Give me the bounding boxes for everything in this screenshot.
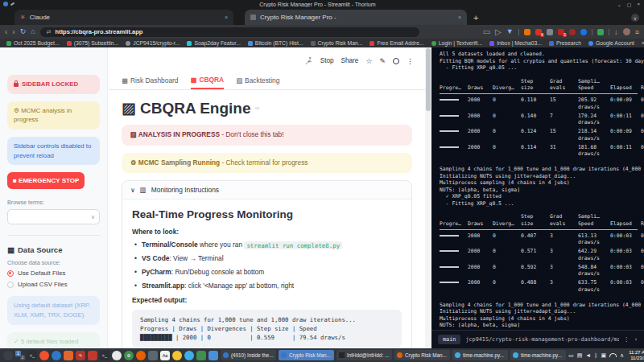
- tab-search-button[interactable]: ∨: [631, 14, 639, 22]
- share-button[interactable]: Share: [341, 57, 359, 64]
- extension-icon[interactable]: [524, 29, 530, 35]
- wifi-icon[interactable]: [609, 353, 617, 357]
- git-branch-badge[interactable]: main: [438, 335, 460, 344]
- taskbar-window-firefox[interactable]: Crypto Risk Man...: [394, 350, 450, 360]
- bookmark-favicon: [311, 41, 316, 46]
- site-info-icon[interactable]: ⇄: [47, 29, 52, 35]
- extension-icon[interactable]: [547, 29, 553, 35]
- bluetooth-icon[interactable]: ᛒ: [594, 352, 597, 358]
- taskbar-clock[interactable]: 11:27 AM 11/23/25: [629, 350, 644, 360]
- bookmark-item[interactable]: Soap2day Featur...: [187, 40, 240, 46]
- taskbar-window-time-machine-1[interactable]: time-machine.py...: [452, 350, 508, 360]
- bookmark-item[interactable]: Inbox | Mecha03...: [489, 40, 542, 46]
- kebab-menu-icon[interactable]: ⋮: [624, 336, 630, 343]
- bookmark-label: Google Account: [596, 40, 634, 46]
- bookmark-item[interactable]: (3075) Subsettin...: [67, 40, 119, 46]
- brave-icon[interactable]: [39, 351, 49, 360]
- scrollbar-thumb[interactable]: [426, 48, 431, 111]
- terminal-panel[interactable]: All 5 datasets loaded and cleaned. Fitti…: [431, 47, 644, 348]
- fonts-icon[interactable]: Aa: [160, 351, 170, 360]
- workspace-2[interactable]: 2: [20, 356, 25, 360]
- tab-cbqra[interactable]: ▦ CBQRA: [191, 76, 225, 89]
- star-icon[interactable]: ☆: [365, 57, 372, 65]
- volume-icon[interactable]: ◄: [585, 352, 591, 358]
- plasma-icon[interactable]: [184, 351, 194, 360]
- table-divider: [440, 93, 638, 94]
- extension-icon[interactable]: [580, 29, 587, 35]
- keyboard-icon[interactable]: ▣: [601, 352, 606, 359]
- back-icon[interactable]: ‹: [5, 28, 7, 36]
- taskbar-window-inside-the[interactable]: (4910) Inside the...: [221, 350, 276, 360]
- play-icon[interactable]: ▷: [495, 28, 502, 36]
- tab-risk-dashboard[interactable]: ▦ Risk Dashboard: [122, 76, 179, 89]
- bookmark-item[interactable]: Oct 2025 Budget...: [6, 40, 60, 46]
- taskbar-window-terminal[interactable]: IntHdd@IntHdd: ...: [336, 350, 392, 360]
- extension-badge: 6: [540, 33, 544, 37]
- clipboard-icon[interactable]: ▤: [577, 352, 583, 359]
- tab-backtesting[interactable]: ▧ Backtesting: [236, 76, 279, 89]
- bookmark-star-icon[interactable]: ▼: [506, 28, 514, 35]
- extension-icon[interactable]: 6: [535, 29, 542, 35]
- files-loaded-text: 5 default files loaded: [21, 338, 79, 345]
- overflow-menu-icon[interactable]: ⋮: [407, 57, 414, 65]
- radio-upload-csv[interactable]: Upload CSV Files: [7, 281, 100, 288]
- settings-gear-icon[interactable]: ⚙: [124, 351, 134, 360]
- monitor-icon[interactable]: ▭: [568, 352, 574, 359]
- terminal-launcher-icon[interactable]: >_: [27, 351, 37, 360]
- bookmark-item[interactable]: Bitcoin (BTC) Hist...: [248, 40, 303, 46]
- tool-icon[interactable]: [64, 351, 73, 360]
- bookmark-item[interactable]: Google Account: [588, 40, 634, 46]
- editor-icon[interactable]: [148, 351, 158, 360]
- tab-close-icon[interactable]: ×: [458, 14, 461, 20]
- bookmark-item[interactable]: Free Email Addre...: [369, 40, 423, 46]
- taskbar-window-crypto-risk[interactable]: Crypto Risk Man...: [279, 350, 334, 360]
- maps-icon[interactable]: ◦: [112, 351, 122, 360]
- tab-close-icon[interactable]: ×: [225, 14, 228, 20]
- folder-icon[interactable]: [208, 351, 218, 360]
- extension-icon[interactable]: 3: [558, 29, 564, 35]
- browse-terms-label: Browse terms:: [7, 199, 100, 206]
- bookmark-item[interactable]: Presearch: [549, 40, 581, 46]
- bookmark-item[interactable]: JCP9415/crypto-r...: [126, 40, 180, 46]
- expander-header[interactable]: ∨ ▥ Monitoring Instructions: [122, 181, 411, 200]
- duck-icon[interactable]: [172, 351, 182, 360]
- forward-icon[interactable]: ›: [12, 28, 14, 36]
- profile-avatar[interactable]: [623, 28, 630, 35]
- firefox-icon[interactable]: [136, 351, 146, 360]
- wrench-icon[interactable]: [196, 351, 206, 360]
- url-bar[interactable]: ⇄ https://cbqra-pro.streamlit.app: [40, 27, 419, 37]
- page-scrollbar[interactable]: [425, 47, 431, 348]
- home-icon[interactable]: ⌂: [31, 28, 35, 35]
- workspace-pager[interactable]: 1 2: [15, 351, 25, 360]
- impress-icon[interactable]: [88, 351, 97, 360]
- cast-icon[interactable]: ▭: [483, 28, 490, 36]
- reload-icon[interactable]: ↻: [20, 28, 27, 35]
- new-tab-button[interactable]: +: [473, 13, 478, 23]
- expand-arrow-icon[interactable]: ›: [634, 336, 638, 343]
- terminal-launcher-icon[interactable]: >_: [100, 351, 109, 360]
- emergency-stop-button[interactable]: ■ EMERGENCY STOP: [7, 172, 85, 189]
- maximize-button[interactable]: ▢: [627, 2, 632, 7]
- bookmark-item[interactable]: Login | Textverifi...: [431, 40, 483, 46]
- thorium-icon[interactable]: [52, 351, 61, 360]
- browser-menu-icon[interactable]: ≡: [635, 28, 639, 36]
- minimize-button[interactable]: ⌄: [617, 2, 621, 7]
- radio-use-default-files[interactable]: Use Default Files: [7, 269, 100, 277]
- browser-tab-crypto-risk[interactable]: Crypto Risk Manager Pro - ×: [245, 10, 467, 25]
- bookmark-item[interactable]: Crypto Risk Man...: [311, 40, 363, 46]
- close-button[interactable]: ×: [637, 2, 640, 7]
- github-icon[interactable]: [393, 58, 399, 64]
- browser-tab-claude[interactable]: ✳ Claude ×: [14, 10, 233, 25]
- taskbar-window-time-machine-2[interactable]: time-machine.py...: [510, 350, 566, 360]
- anchor-link-icon[interactable]: ∞: [255, 105, 260, 112]
- edit-icon[interactable]: ✎: [379, 57, 386, 65]
- tray-expand-icon[interactable]: ∧: [620, 352, 624, 359]
- shield-icon[interactable]: [569, 29, 576, 35]
- flask-icon[interactable]: [597, 29, 604, 35]
- writer-icon[interactable]: ✎: [76, 351, 85, 360]
- app-menu-icon[interactable]: [3, 351, 13, 360]
- browse-terms-select[interactable]: ∨: [7, 209, 100, 224]
- download-icon[interactable]: ↓: [614, 28, 618, 36]
- bookmark-label: Presearch: [556, 40, 581, 46]
- stop-button[interactable]: Stop: [320, 57, 334, 64]
